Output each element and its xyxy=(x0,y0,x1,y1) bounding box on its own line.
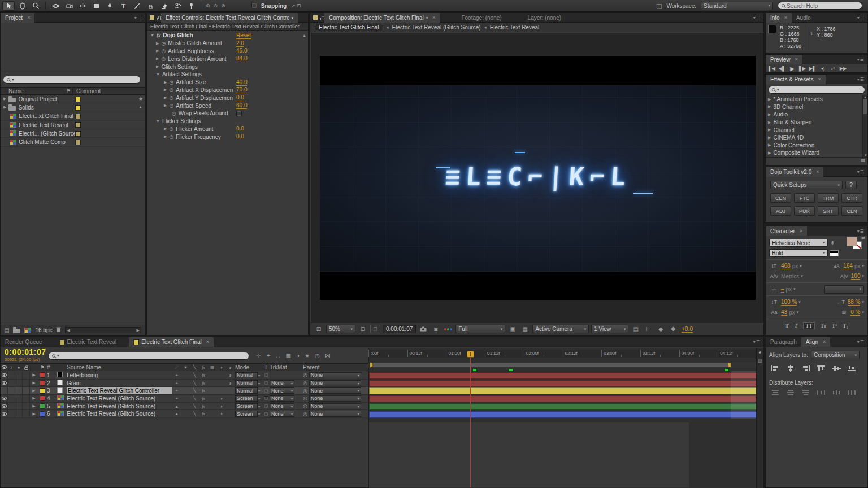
chevron-down-icon[interactable]: ▾ xyxy=(798,300,801,304)
col-name[interactable]: Name xyxy=(1,88,64,94)
pickwhip-icon[interactable]: ◎ xyxy=(303,372,307,378)
stopwatch-icon[interactable]: ◷ xyxy=(169,95,173,101)
new-composition-icon[interactable] xyxy=(24,328,31,333)
comp-mini-flowchart-icon[interactable]: ⊹ xyxy=(256,352,261,359)
panel-menu-icon[interactable]: ▾☰ xyxy=(857,229,867,234)
layer-name-selected[interactable]: Electric Text Reveal Glitch Controller xyxy=(67,387,172,394)
brush-tool-icon[interactable] xyxy=(131,1,143,11)
property-value[interactable]: 40.0 xyxy=(236,79,247,86)
tab-dojo-toolkit[interactable]: Dojo Toolkit v2.0× xyxy=(766,167,823,177)
list-item[interactable]: ▶Color Correction xyxy=(766,142,867,150)
chevron-down-icon[interactable]: ▾ xyxy=(862,264,864,268)
chevron-down-icon[interactable]: ▾ xyxy=(801,274,803,278)
channels-icon[interactable] xyxy=(443,325,453,333)
label-swatch[interactable] xyxy=(75,105,81,111)
stereo-3d-icon[interactable]: ◫ xyxy=(656,2,662,10)
composition-icon[interactable] xyxy=(10,130,16,136)
tab-timeline-reveal[interactable]: Electric Text Reveal xyxy=(55,337,121,347)
breadcrumb-item-active[interactable]: Electric Text Glitch Final xyxy=(315,24,383,31)
lock-icon[interactable] xyxy=(320,18,324,20)
parent-select[interactable]: None▾ xyxy=(309,403,361,409)
selection-tool-icon[interactable] xyxy=(2,1,15,11)
pickwhip-icon[interactable]: ◎ xyxy=(303,411,307,417)
parent-select[interactable]: None▾ xyxy=(309,395,361,402)
close-icon[interactable]: × xyxy=(818,75,821,84)
stopwatch-icon[interactable]: ◷ xyxy=(161,48,166,54)
preserve-transparency-toggle[interactable] xyxy=(264,381,268,385)
layer-bar[interactable] xyxy=(369,395,757,402)
go-to-start-button[interactable]: ▌◀ xyxy=(767,64,777,73)
close-icon[interactable]: × xyxy=(27,13,30,23)
distribute-top-button[interactable] xyxy=(769,388,781,397)
stopwatch-icon[interactable]: ◷ xyxy=(169,87,173,93)
font-size-value[interactable]: 468 xyxy=(781,263,791,269)
scroll-down-icon[interactable]: ▼ xyxy=(864,154,867,157)
eye-icon[interactable] xyxy=(2,373,7,377)
effect-property-row[interactable]: ▶◷Lens Distortion Amount84.0 xyxy=(147,55,308,63)
col-mode[interactable]: Mode xyxy=(235,364,262,371)
always-preview-icon[interactable]: ⊞ xyxy=(314,325,324,333)
distribute-horizontal-center-button[interactable] xyxy=(830,388,842,397)
motion-blur-column-icon[interactable]: ◑ xyxy=(217,365,226,370)
parent-select[interactable]: None▾ xyxy=(309,411,361,417)
label-swatch[interactable] xyxy=(75,97,81,102)
close-icon[interactable]: × xyxy=(823,337,826,347)
col-parent[interactable]: Parent xyxy=(301,364,368,371)
pen-tool-icon[interactable] xyxy=(103,1,116,11)
pickwhip-icon[interactable]: ◎ xyxy=(303,388,307,394)
comp-marker[interactable] xyxy=(473,369,476,371)
tab-align[interactable]: Align× xyxy=(801,337,831,347)
effects-search-input[interactable]: ▾ xyxy=(768,86,865,94)
layer-name[interactable]: Electric Text Reveal (Glitch Source) xyxy=(67,403,172,409)
preserve-transparency-toggle[interactable] xyxy=(264,412,268,416)
layer-row[interactable]: ▶ 1 Letterboxing +╲fx◕ Normal▾ ◎None▾ xyxy=(1,372,368,380)
dojo-button-ctr[interactable]: CTR xyxy=(841,193,862,203)
align-to-select[interactable]: Composition▾ xyxy=(811,351,860,359)
project-search-input[interactable]: ▾ xyxy=(3,76,141,84)
tab-footage[interactable]: Footage: (none) xyxy=(457,13,506,23)
tab-paragraph[interactable]: Paragraph xyxy=(766,337,801,347)
composition-icon[interactable] xyxy=(10,114,16,119)
exposure-value[interactable]: +0.0 xyxy=(682,326,693,333)
go-to-end-button[interactable]: ▶▌ xyxy=(808,64,818,73)
new-animation-preset-icon[interactable]: ▩ xyxy=(861,158,865,164)
quick-setups-select[interactable]: Quick Setups▾ xyxy=(770,181,843,189)
composition-image[interactable]: ≡L≡C⌐|K⌐L xyxy=(320,56,756,300)
list-item[interactable]: ▶Composite Wizard xyxy=(766,149,867,157)
effect-controls-breadcrumb[interactable]: Electric Text Glitch Final • Electric Te… xyxy=(147,23,308,30)
tab-effects-presets[interactable]: Effects & Presets× xyxy=(766,75,826,84)
effects-column-icon[interactable]: fx xyxy=(199,365,208,370)
zoom-select[interactable]: 50%▾ xyxy=(326,325,355,333)
label-swatch[interactable] xyxy=(40,403,45,409)
mask-visibility-icon[interactable]: ⎕ xyxy=(370,325,380,333)
puppet-pin-tool-icon[interactable] xyxy=(185,1,197,11)
camera-track-tool-icon[interactable] xyxy=(63,1,75,11)
label-swatch[interactable] xyxy=(40,395,45,401)
layer-name[interactable]: Letterboxing xyxy=(67,372,172,378)
trkmat-select[interactable]: None▾ xyxy=(270,411,294,417)
all-caps-button[interactable]: TT xyxy=(803,322,814,329)
scroll-up-icon[interactable]: ▲ xyxy=(302,33,306,37)
subscript-button[interactable]: T₁ xyxy=(843,323,848,329)
pickwhip-icon[interactable]: ◎ xyxy=(303,395,307,401)
playhead-line[interactable] xyxy=(470,358,471,487)
label-swatch[interactable] xyxy=(40,388,45,394)
chevron-down-icon[interactable]: ▾ xyxy=(862,310,864,315)
dojo-button-trm[interactable]: TRM xyxy=(818,193,839,203)
viewer-timecode[interactable]: 0:00:01:07 xyxy=(383,325,416,333)
collapse-column-icon[interactable]: ☀ xyxy=(181,365,190,370)
preserve-transparency-toggle[interactable] xyxy=(264,396,268,400)
step-forward-button[interactable]: ▌▶ xyxy=(797,64,808,73)
property-value[interactable]: 2.0 xyxy=(236,40,244,47)
roto-brush-tool-icon[interactable] xyxy=(171,1,184,11)
property-value[interactable]: 45.0 xyxy=(236,47,247,54)
tab-timeline-final[interactable]: Electric Text Glitch Final× xyxy=(129,337,214,347)
clone-stamp-tool-icon[interactable] xyxy=(144,1,157,11)
baseline-shift-value[interactable]: 43 xyxy=(781,309,787,316)
motion-blur-icon[interactable]: ◑ xyxy=(296,352,300,359)
tab-preview[interactable]: Preview× xyxy=(766,55,802,64)
property-value[interactable]: 0.0 xyxy=(236,94,244,101)
stroke-type-select[interactable]: ▾ xyxy=(824,285,864,294)
font-style-select[interactable]: Bold▾ xyxy=(769,249,828,257)
layer-row-selected[interactable]: ▶ 3 Electric Text Reveal Glitch Controll… xyxy=(1,387,368,395)
